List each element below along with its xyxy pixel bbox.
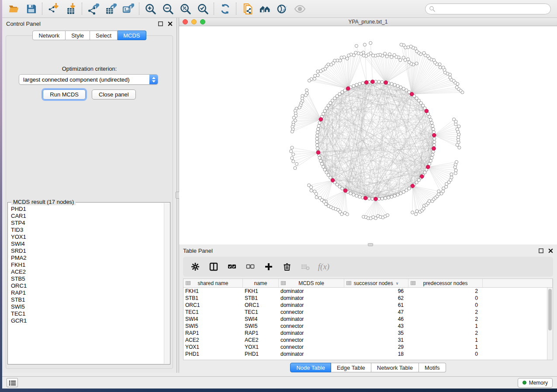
network-titlebar[interactable]: YPA_prune.txt_1 (179, 18, 557, 26)
select-all-columns-icon[interactable] (225, 260, 239, 274)
tab-node-table[interactable]: Node Table (290, 363, 331, 372)
zoom-fit-icon[interactable] (176, 1, 194, 16)
clone-network-icon[interactable] (239, 1, 256, 16)
column-header-successor-nodes[interactable]: successor nodes∨ (344, 279, 408, 287)
float-panel-icon[interactable] (538, 248, 544, 254)
result-node[interactable]: YOX1 (11, 234, 164, 241)
result-node[interactable]: PHD1 (11, 206, 164, 213)
table-row[interactable]: TEC1TEC1connector472 (183, 309, 547, 316)
zoom-out-icon[interactable] (159, 1, 176, 16)
table-row[interactable]: SWI4SWI4dominator462 (183, 316, 547, 323)
tab-style[interactable]: Style (66, 31, 90, 40)
result-node[interactable]: STB5 (11, 275, 164, 282)
leaf-node (340, 56, 343, 59)
leaf-node (298, 106, 301, 109)
tab-select[interactable]: Select (90, 31, 118, 40)
import-network-icon[interactable] (45, 1, 62, 16)
result-node[interactable]: FKH1 (11, 261, 164, 268)
graph-node (390, 195, 393, 198)
close-panel-icon[interactable] (548, 248, 554, 254)
result-node[interactable]: GCR1 (11, 317, 164, 324)
tab-motifs[interactable]: Motifs (419, 363, 446, 372)
table-scrollbar-thumb[interactable] (548, 289, 552, 330)
graph-node (429, 118, 432, 121)
zoom-window-button[interactable] (200, 19, 205, 24)
first-neighbors-icon[interactable] (256, 1, 273, 16)
import-table-icon[interactable] (62, 1, 80, 16)
save-session-icon[interactable] (22, 1, 40, 16)
search-input[interactable] (425, 3, 551, 14)
show-columns-icon[interactable] (207, 260, 221, 274)
result-scrollbar[interactable] (164, 203, 170, 364)
task-history-button[interactable] (7, 378, 18, 387)
zoom-selected-icon[interactable] (194, 1, 211, 16)
memory-button[interactable]: Memory (518, 378, 553, 388)
mcds-hub-node (363, 196, 367, 200)
export-image-icon[interactable] (119, 1, 137, 16)
table-scrollbar[interactable] (547, 288, 553, 360)
memory-label: Memory (529, 380, 548, 386)
graph-node (399, 192, 402, 195)
table-row[interactable]: SWI5SWI5connector431 (183, 323, 547, 330)
network-canvas[interactable] (179, 26, 557, 244)
column-header-predecessor-nodes[interactable]: predecessor nodes (408, 279, 483, 287)
close-window-button[interactable] (183, 19, 188, 24)
table-row[interactable]: RAP1RAP1dominator352 (183, 330, 547, 337)
mcds-hub-node (411, 184, 415, 188)
show-hide-icon[interactable] (291, 1, 308, 16)
table-row[interactable]: YOX1YOX1connector291 (183, 344, 547, 351)
leaf-node (291, 157, 294, 160)
delete-columns-icon[interactable] (280, 260, 294, 274)
close-panel-button[interactable]: Close panel (92, 89, 136, 100)
result-node[interactable]: ORC1 (11, 282, 164, 289)
criterion-select[interactable]: largest connected component (undirected) (19, 74, 158, 85)
table-row[interactable]: ORC1ORC1dominator610 (183, 302, 547, 309)
tab-edge-table[interactable]: Edge Table (331, 363, 371, 372)
result-node[interactable]: TEC1 (11, 310, 164, 317)
tab-mcds[interactable]: MCDS (118, 31, 146, 40)
minimize-window-button[interactable] (191, 19, 197, 24)
table-row[interactable]: STB1STB1dominator620 (183, 295, 547, 302)
table-row[interactable]: FKH1FKH1dominator962 (183, 288, 547, 295)
refresh-layout-icon[interactable] (216, 1, 234, 16)
column-header-MCDS-role[interactable]: MCDS role (279, 279, 344, 287)
leaf-node (438, 63, 441, 66)
result-node[interactable]: TID3 (11, 227, 164, 234)
close-panel-icon[interactable] (167, 21, 173, 27)
table-row[interactable]: ACE2ACE2connector311 (183, 337, 547, 344)
leaf-node (355, 45, 358, 48)
result-node[interactable]: SWI4 (11, 241, 164, 248)
column-header-name[interactable]: name (243, 279, 279, 287)
mcds-hub-node (316, 151, 320, 155)
run-mcds-button[interactable]: Run MCDS (43, 89, 86, 100)
unselect-all-columns-icon[interactable] (243, 260, 257, 274)
horizontal-splitter-grip[interactable] (368, 243, 373, 246)
tab-network-table[interactable]: Network Table (371, 363, 419, 372)
vizmapper-icon[interactable] (273, 1, 291, 16)
mcds-hub-node (319, 117, 323, 121)
tab-network[interactable]: Network (32, 31, 66, 40)
open-session-icon[interactable] (5, 1, 22, 16)
result-node[interactable]: STB1 (11, 296, 164, 303)
leaf-node (346, 57, 349, 60)
graph-node (377, 197, 381, 200)
export-network-icon[interactable] (84, 1, 102, 16)
result-node[interactable]: SRD1 (11, 248, 164, 254)
toolbar-separator (214, 3, 214, 15)
result-node[interactable]: RAP1 (11, 289, 164, 296)
create-column-icon[interactable] (262, 260, 276, 274)
result-node[interactable]: ACE2 (11, 268, 164, 275)
table-row[interactable]: PHD1PHD1dominator180 (183, 351, 547, 358)
export-table-icon[interactable] (102, 1, 119, 16)
result-node[interactable]: CAR1 (11, 213, 164, 220)
table-settings-icon[interactable] (188, 260, 202, 274)
graph-node (428, 115, 431, 118)
graph-node (387, 196, 390, 199)
column-header-shared-name[interactable]: shared name (183, 279, 243, 287)
result-node[interactable]: PMA2 (11, 254, 164, 261)
float-panel-icon[interactable] (158, 21, 163, 27)
result-node[interactable]: SWI5 (11, 303, 164, 310)
graph-node (402, 190, 405, 193)
zoom-in-icon[interactable] (142, 1, 159, 16)
result-node[interactable]: STP4 (11, 220, 164, 227)
